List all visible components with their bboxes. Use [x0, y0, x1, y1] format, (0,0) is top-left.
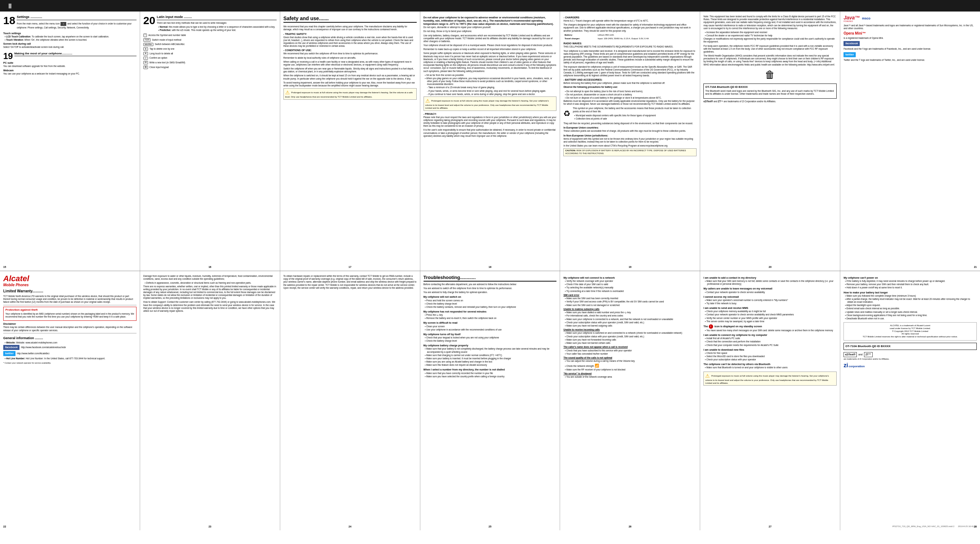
computer-3: Check that your computer meets the requi…: [703, 344, 837, 347]
battery-accessories-heading: - BATTERY AND ACCESSORIES:: [563, 78, 697, 81]
page-15-number: 15: [3, 265, 6, 269]
section-18: 18 Settings ............. From the main …: [3, 15, 137, 49]
q-network-4: Try connecting at a later time if the ne…: [563, 290, 697, 293]
caution-box-pg27: ⚠ Prolonged exposure to music at full vo…: [703, 372, 837, 386]
key-7123-desc: Switch mode of input method: [152, 38, 181, 41]
opera-mini-area: Opera Mini™: [843, 31, 977, 36]
ot-model-section: OT-710A Bluetooth QD ID BXXXX: [843, 343, 977, 350]
hotline-label: Hot Line Number:: [6, 357, 25, 359]
traffic-safety-heading: - TRAFFIC SAFETY:: [283, 32, 417, 36]
voicemail-2: Make sure your operator's voicemail numb…: [703, 299, 837, 302]
zi-corp-text: corporation: [848, 365, 864, 368]
alcatel-logo: Alcatel: [3, 275, 137, 283]
logos-area: Java™ POWERED msco: [843, 15, 977, 23]
section-19-number: 19: [3, 52, 13, 60]
page-16-number: 16: [208, 265, 212, 269]
key-descriptions: * Access the Symbol and number table 712…: [143, 33, 277, 69]
volume-warning-pg27: Prolonged exposure to music at full volu…: [705, 374, 829, 384]
key-item-4: ▲ Tap to delete one by one: [143, 47, 277, 51]
non-eu-heading: In Non-European Union jurisdictions:: [563, 134, 697, 137]
facebook-area: facebook: [843, 41, 977, 46]
warning-triangle-icon: ⚠: [285, 89, 290, 96]
q-download-new-files: I am unable to download new files: [703, 348, 837, 352]
q-network-2: Check if the date of your SIM card is va…: [563, 283, 697, 286]
q-voicemail-number: I cannot access my voicemail: [703, 295, 837, 299]
protection-text: Your cellphone is identified by an IMEI …: [5, 312, 134, 318]
conditions-text: We recommend that you switch the cellpho…: [283, 52, 417, 55]
q-network-3: Try selecting the available network(s) m…: [563, 286, 697, 289]
twitter-area: twitter: [843, 52, 977, 57]
pc-suite-desc: You can download software upgrade for fr…: [3, 65, 137, 68]
spec-charger-label: Travel charger:: [563, 37, 597, 41]
no-allow-heading: Do not allow your cellphone to be expose…: [423, 16, 557, 25]
page-25: Troubleshooting............ Before conta…: [420, 271, 560, 530]
caller-name-heading: The caller's name does not appear when a…: [563, 346, 697, 348]
q-bluetooth-not-detected: The cellphone can't be detected by other…: [703, 363, 837, 366]
page-20-number: 20: [768, 265, 772, 269]
predictive-mode: Predictive: with the eZi mode. This mode…: [157, 29, 276, 32]
key-up-desc: Tap to delete one by one: [150, 48, 174, 50]
reserves-right: TCT Mobile Limited reserves the right to…: [846, 336, 975, 339]
twitter-url: http://www.twitter.com/Alcatelbrz: [17, 352, 49, 355]
screen-lock-desc: Select 'On'/'Off' to activate/deactivate…: [3, 46, 137, 49]
disclaimer-text: There may be certain differences between…: [3, 326, 137, 332]
power-3: Hold down # a power on/off key at same t…: [843, 286, 977, 289]
conditions-text4: Switch the cellphone off when you are ne…: [283, 67, 417, 73]
page-28: My cellphone can't power on If the batte…: [840, 271, 980, 530]
exposure-text: Note: This equipment has been tested and…: [703, 15, 837, 30]
in-2: Check your subscription status with your…: [563, 335, 697, 338]
safety-intro: We recommend that you read this chapter …: [283, 25, 417, 31]
key-item-1: * Access the Symbol and number table: [143, 33, 277, 37]
section-19: 19 Making the most of your cellphone....…: [3, 52, 137, 76]
q-screen-difficult: My screen is difficult to read: [423, 321, 557, 324]
page-22: Alcatel Mobile Phones Limited Warranty..…: [0, 271, 140, 530]
fda-text: Changes or modifications not expressly a…: [703, 37, 837, 43]
copyright-text: © Copyright 2010 TCT Mobile Limited: [846, 330, 975, 333]
opera-logo-text: Opera Mini™: [843, 31, 866, 36]
page-19: - CHARGERS Home A.C./ Travel chargers wi…: [560, 11, 700, 271]
msco-logo: msco: [862, 17, 870, 21]
section-20-number: 20: [143, 15, 155, 26]
key-item-3: abc/Abc Switch between ABC/abc/Abc: [143, 43, 277, 46]
caller-1: Check that you have subscribed to this s…: [563, 349, 697, 352]
webcam-desc: You can use your cellphone as a webcam f…: [3, 72, 137, 75]
voicemail-3: Try later if the network is busy: [703, 302, 837, 305]
sound-quality-heading: The sound quality of the calls is not op…: [563, 356, 697, 359]
non-eu-text: Items of equipment with this symbol are …: [563, 138, 697, 143]
chargers-text: Home A.C./ Travel chargers will operate …: [563, 19, 697, 22]
sim-2: Verify if your SIM card access code (PIN…: [563, 300, 697, 303]
recycling-area: ♻ This symbol on your cellphone, the bat…: [563, 107, 697, 121]
q-red-icon: The ! icon is displayed on my standby sc…: [703, 324, 837, 329]
out-5: Make sure you have not barred outgoing c…: [563, 324, 697, 327]
protection-box: Protection against theft Your cellphone …: [3, 307, 137, 321]
page-15: 18 Settings ............. From the main …: [0, 11, 140, 271]
q-battery-longer: My cellphone can't power on: [843, 276, 977, 279]
key-abc: abc/Abc: [143, 43, 153, 46]
q-battery-charge: My cellphone battery charge properly: [423, 344, 557, 347]
section-18-intro: From the main menu, select the menu icon…: [17, 22, 136, 29]
european-countries-heading: In European Union countries:: [563, 126, 697, 129]
contact-note: * Contact your network operator for serv…: [3, 362, 137, 364]
radio-waves-subheading: THIS CELLPHONE MEETS THE GOVERNMENTS REQ…: [563, 45, 697, 48]
zt-name: ZT™: [718, 100, 723, 103]
sim-3: Make sure the SIM card is not damaged or…: [563, 304, 697, 307]
key-message-desc: Write a new text (in SMS/ Email/IM): [150, 61, 185, 64]
warranty-body: TCT Mobile North America LTD warrants to…: [3, 295, 137, 304]
recycle-symbol: ♻: [563, 109, 571, 119]
chargers-text2: The chargers designed for your cellphone…: [563, 24, 697, 32]
power-2: Remove your battery, remove your SIM car…: [843, 283, 977, 286]
general-info-area: General information ......... Website: W…: [3, 336, 137, 364]
q6-ans1: Make sure that you have correctly record…: [423, 372, 557, 375]
battery-instr-3: Do not burn or dispose of a used battery…: [563, 97, 697, 99]
key-message: ✉: [143, 61, 148, 64]
java-trademark-text: Java™ and all Java™-based trademarks and…: [843, 24, 977, 30]
key-item-5: ▼ Long touch to delete all: [143, 52, 277, 56]
twitter-logo-2: twitter: [3, 351, 16, 356]
page-18-number: 18: [489, 265, 492, 269]
java-logo-area: Java™ POWERED: [843, 15, 860, 23]
facebook-item: facebook http://www.facebook.com/alcatel…: [3, 345, 137, 350]
battery-longer-5: Update news and mailbox manually or set …: [843, 311, 977, 313]
power-1: If the battery is fully depleted, it may…: [843, 280, 977, 283]
caution-label: CAUTION:: [565, 150, 576, 151]
repair-text: Do not open, dismantle or attempt to rep…: [423, 26, 557, 29]
